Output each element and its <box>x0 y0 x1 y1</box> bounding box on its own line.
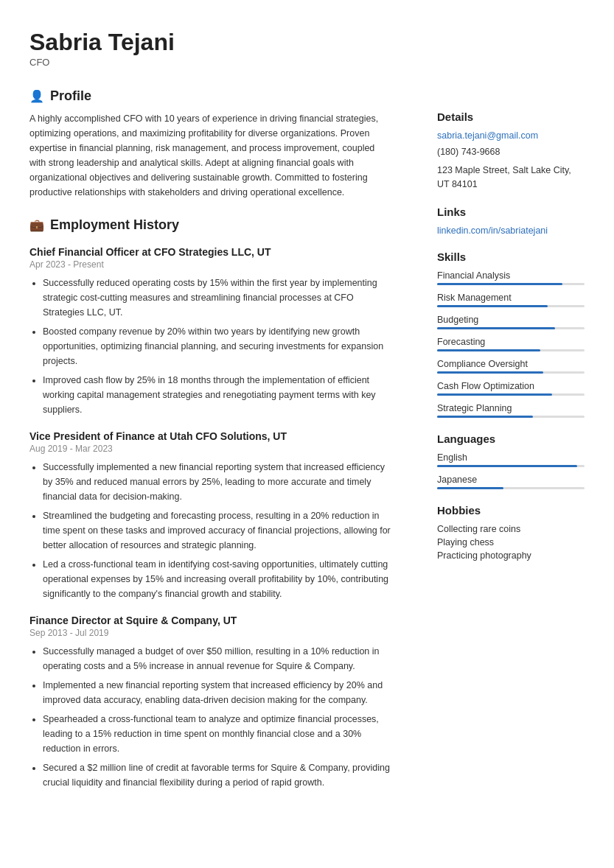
skill-bar-background <box>437 416 585 418</box>
skill-name: Cash Flow Optimization <box>437 381 585 391</box>
skill-bar-fill <box>437 393 552 396</box>
bullet-item: Successfully managed a budget of over $5… <box>43 644 393 673</box>
language-name: English <box>437 452 585 463</box>
skill-name: Risk Management <box>437 293 585 303</box>
skill-name: Strategic Planning <box>437 403 585 413</box>
hobbies-section-title: Hobbies <box>437 504 585 517</box>
skill-bar-background <box>437 327 585 329</box>
candidate-name: Sabria Tejani <box>29 29 393 55</box>
skill-bar-background <box>437 393 585 396</box>
employment-icon: 💼 <box>29 218 44 232</box>
bullet-item: Improved cash flow by 25% in 18 months t… <box>43 373 393 417</box>
candidate-role: CFO <box>29 57 393 68</box>
skill-name: Budgeting <box>437 315 585 325</box>
job-item: Finance Director at Squire & Company, UT… <box>29 615 393 790</box>
hobby-item: Collecting rare coins <box>437 524 585 534</box>
employment-section-header: 💼 Employment History <box>29 217 393 233</box>
details-address: 123 Maple Street, Salt Lake City, UT 841… <box>437 164 585 192</box>
bullet-item: Streamlined the budgeting and forecastin… <box>43 508 393 553</box>
language-bar-background <box>437 487 585 489</box>
bullet-item: Successfully reduced operating costs by … <box>43 276 393 320</box>
skill-name: Forecasting <box>437 337 585 347</box>
languages-container: EnglishJapanese <box>437 452 585 489</box>
language-bar-fill <box>437 487 503 489</box>
skill-item: Financial Analysis <box>437 270 585 285</box>
skill-bar-fill <box>437 327 555 329</box>
job-title: Chief Financial Officer at CFO Strategie… <box>29 246 393 258</box>
skill-item: Compliance Oversight <box>437 359 585 374</box>
profile-section-label: Profile <box>50 88 91 104</box>
right-column: Details sabria.tejani@gmail.com (180) 74… <box>422 29 585 794</box>
profile-icon: 👤 <box>29 89 44 103</box>
jobs-container: Chief Financial Officer at CFO Strategie… <box>29 246 393 790</box>
job-dates: Aug 2019 - Mar 2023 <box>29 444 393 454</box>
bullet-item: Successfully implemented a new financial… <box>43 460 393 504</box>
language-bar-fill <box>437 465 577 467</box>
details-section-title: Details <box>437 111 585 123</box>
bullet-item: Boosted company revenue by 20% within tw… <box>43 324 393 368</box>
skill-name: Compliance Oversight <box>437 359 585 369</box>
skill-bar-background <box>437 283 585 285</box>
bullet-item: Led a cross-functional team in identifyi… <box>43 557 393 601</box>
job-bullets: Successfully managed a budget of over $5… <box>29 644 393 790</box>
job-bullets: Successfully reduced operating costs by … <box>29 276 393 417</box>
profile-text: A highly accomplished CFO with 10 years … <box>29 111 393 200</box>
profile-section-header: 👤 Profile <box>29 88 393 104</box>
skill-name: Financial Analysis <box>437 270 585 281</box>
skill-bar-fill <box>437 349 540 351</box>
hobbies-container: Collecting rare coinsPlaying chessPracti… <box>437 524 585 561</box>
skill-item: Forecasting <box>437 337 585 351</box>
hobby-item: Practicing photography <box>437 550 585 561</box>
skill-item: Risk Management <box>437 293 585 307</box>
skill-bar-fill <box>437 416 533 418</box>
job-dates: Apr 2023 - Present <box>29 259 393 270</box>
skill-bar-background <box>437 349 585 351</box>
skills-section-title: Skills <box>437 251 585 263</box>
skill-bar-background <box>437 371 585 374</box>
job-dates: Sep 2013 - Jul 2019 <box>29 628 393 638</box>
language-name: Japanese <box>437 475 585 485</box>
details-email[interactable]: sabria.tejani@gmail.com <box>437 130 585 141</box>
language-bar-background <box>437 465 585 467</box>
skill-item: Strategic Planning <box>437 403 585 418</box>
language-item: English <box>437 452 585 467</box>
skill-bar-fill <box>437 371 543 374</box>
skill-item: Budgeting <box>437 315 585 329</box>
bullet-item: Secured a $2 million line of credit at f… <box>43 760 393 790</box>
job-item: Vice President of Finance at Utah CFO So… <box>29 430 393 601</box>
bullet-item: Implemented a new financial reporting sy… <box>43 678 393 707</box>
details-phone: (180) 743-9668 <box>437 145 585 159</box>
languages-section-title: Languages <box>437 433 585 445</box>
job-title: Vice President of Finance at Utah CFO So… <box>29 430 393 442</box>
skill-item: Cash Flow Optimization <box>437 381 585 396</box>
links-section-title: Links <box>437 206 585 218</box>
hobby-item: Playing chess <box>437 537 585 547</box>
job-bullets: Successfully implemented a new financial… <box>29 460 393 601</box>
skills-container: Financial AnalysisRisk ManagementBudgeti… <box>437 270 585 418</box>
skill-bar-fill <box>437 283 562 285</box>
linkedin-link[interactable]: linkedin.com/in/sabriatejani <box>437 225 585 236</box>
bullet-item: Spearheaded a cross-functional team to a… <box>43 712 393 756</box>
employment-section-label: Employment History <box>50 217 179 233</box>
job-title: Finance Director at Squire & Company, UT <box>29 615 393 626</box>
job-item: Chief Financial Officer at CFO Strategie… <box>29 246 393 417</box>
skill-bar-background <box>437 305 585 307</box>
language-item: Japanese <box>437 475 585 489</box>
skill-bar-fill <box>437 305 548 307</box>
left-column: Sabria Tejani CFO 👤 Profile A highly acc… <box>29 29 422 794</box>
